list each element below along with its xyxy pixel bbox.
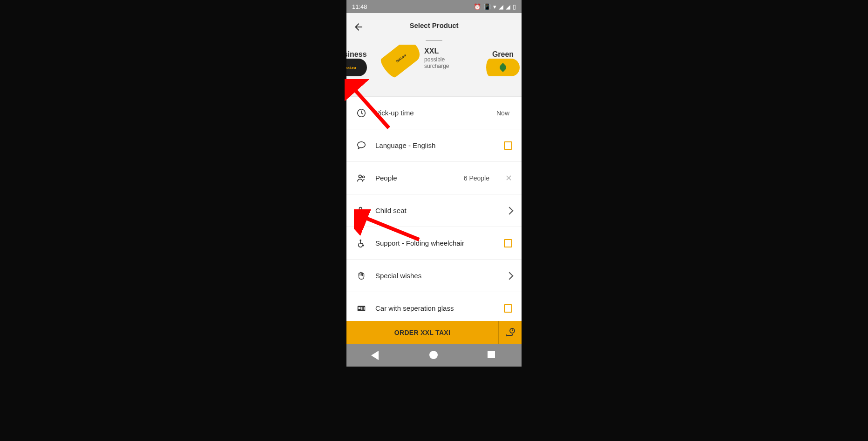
row-value: 6 People: [464, 174, 489, 182]
product-green[interactable]: Green: [486, 50, 520, 76]
nav-home-button[interactable]: [429, 351, 439, 360]
car-business-icon: taxi.eu: [346, 59, 367, 76]
order-bar: ORDER XXL TAXI: [346, 321, 522, 344]
svg-rect-6: [359, 307, 361, 309]
nav-recent-button[interactable]: [488, 351, 497, 360]
status-bar: 11:48 ⏰ 📳 ▾ ◢ ◢ ▯: [346, 0, 522, 13]
wifi-icon: ▾: [493, 3, 496, 10]
row-support-wheelchair[interactable]: Support - Folding wheelchair: [346, 227, 522, 260]
product-label: Green: [492, 50, 514, 59]
checkbox[interactable]: [504, 304, 512, 313]
row-separation-glass[interactable]: Car with seperation glass: [346, 292, 522, 321]
battery-icon: ▯: [513, 3, 516, 10]
android-nav-bar: [346, 344, 522, 367]
row-label: Car with seperation glass: [375, 304, 495, 312]
product-sublabel: possible surcharge: [424, 56, 469, 69]
title-underline: [426, 40, 442, 41]
svg-point-2: [362, 176, 364, 178]
svg-point-3: [359, 207, 362, 210]
svg-point-1: [359, 175, 361, 178]
chevron-right-icon: [506, 272, 514, 280]
chevron-right-icon: [506, 207, 514, 214]
hand-icon: [356, 270, 367, 281]
row-language[interactable]: Language - English: [346, 129, 522, 162]
app-header: Select Product: [346, 13, 522, 45]
phone-frame: 11:48 ⏰ 📳 ▾ ◢ ◢ ▯ Select Product Busines…: [346, 0, 522, 367]
people-icon: [356, 173, 367, 184]
row-label: Special wishes: [375, 272, 498, 280]
product-label: Business: [346, 50, 367, 59]
status-icons: ⏰ 📳 ▾ ◢ ◢ ▯: [474, 3, 516, 10]
svg-rect-7: [361, 307, 362, 310]
car-xxl-icon: taxi.eu: [379, 45, 424, 80]
row-label: Support - Folding wheelchair: [375, 239, 495, 247]
wheelchair-icon: [356, 238, 367, 249]
car-green-icon: [486, 59, 520, 76]
product-business[interactable]: Business taxi.eu: [346, 50, 367, 76]
row-pickup-time[interactable]: Pick-up time Now: [346, 97, 522, 129]
nav-back-button[interactable]: [371, 351, 380, 360]
svg-rect-9: [364, 307, 365, 310]
row-special-wishes[interactable]: Special wishes: [346, 260, 522, 292]
product-carousel[interactable]: Business taxi.eu taxi.eu XXL possible su…: [346, 45, 522, 97]
alarm-icon: ⏰: [474, 3, 481, 10]
checkbox[interactable]: [504, 141, 512, 150]
page-title: Select Product: [409, 21, 458, 29]
row-child-seat[interactable]: Child seat: [346, 194, 522, 227]
schedule-icon: [505, 327, 516, 338]
baby-icon: [356, 205, 367, 216]
row-label: People: [375, 174, 455, 182]
order-button[interactable]: ORDER XXL TAXI: [346, 329, 498, 336]
options-list: Pick-up time Now Language - English Peop…: [346, 97, 522, 321]
status-time: 11:48: [352, 3, 367, 10]
card-icon: [356, 303, 367, 314]
vibrate-icon: 📳: [483, 3, 491, 10]
product-label: XXL: [424, 47, 469, 55]
clear-button[interactable]: ✕: [505, 173, 512, 183]
signal-icon: ◢: [499, 3, 503, 10]
product-xxl[interactable]: taxi.eu XXL possible surcharge: [381, 47, 469, 70]
clock-icon: [356, 107, 367, 119]
row-people[interactable]: People 6 People ✕: [346, 162, 522, 194]
checkbox[interactable]: [504, 239, 512, 247]
row-value: Now: [496, 109, 509, 117]
row-label: Language - English: [375, 141, 495, 149]
row-label: Pick-up time: [375, 109, 488, 117]
svg-rect-8: [363, 307, 363, 310]
back-button[interactable]: [353, 21, 364, 33]
arrow-left-icon: [353, 21, 364, 33]
speech-bubble-icon: [356, 140, 367, 151]
schedule-button[interactable]: [498, 321, 522, 344]
signal2-icon: ◢: [506, 3, 510, 10]
row-label: Child seat: [375, 207, 498, 214]
